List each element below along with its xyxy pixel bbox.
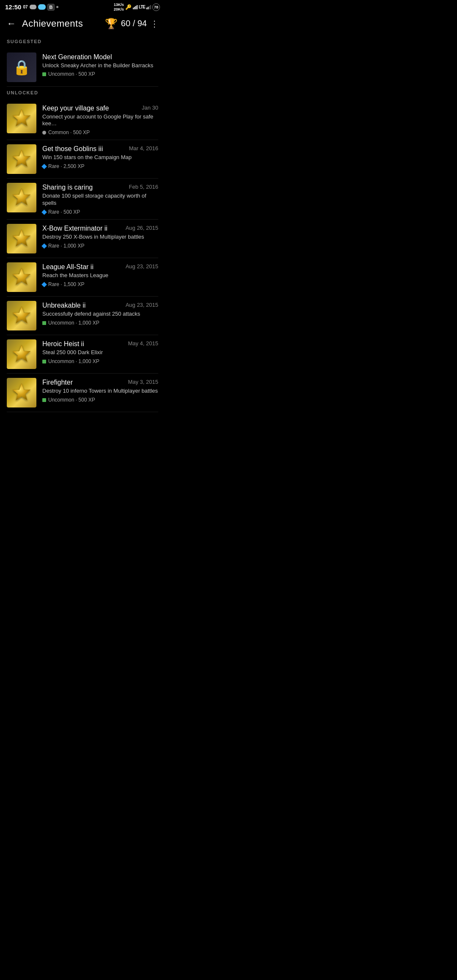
top-bar: ← Achievements 🏆 60 / 94 ⋮	[0, 14, 165, 36]
cloud-sync-icon	[30, 5, 36, 9]
status-right: 13K/s 20K/s 🔑 LTE 78	[114, 3, 160, 12]
achievement-item-unbreakable[interactable]: Unbreakable iiAug 23, 2015Successfully d…	[0, 297, 165, 335]
rarity-rare-icon	[41, 209, 47, 215]
achievement-date: May 4, 2015	[128, 340, 158, 347]
star-icon	[11, 382, 33, 404]
rarity-label: Rare · 2,500 XP	[48, 163, 84, 169]
achievement-item-xbow-exterminator[interactable]: X-Bow Exterminator iiAug 26, 2015Destroy…	[0, 220, 165, 258]
achievement-rarity: Rare · 1,500 XP	[42, 281, 158, 287]
cloud-blue-icon	[38, 4, 46, 10]
achievement-rarity: Uncommon · 1,000 XP	[42, 320, 158, 326]
achievement-info-get-those-goblins: Get those Goblins iiiMar 4, 2016Win 150 …	[42, 144, 158, 169]
signal-bars-2	[146, 5, 151, 9]
svg-marker-2	[13, 188, 30, 205]
achievement-thumb-get-those-goblins	[7, 144, 36, 174]
star-icon	[11, 187, 33, 209]
battery-percent: 78	[152, 3, 160, 11]
signal-bars	[133, 5, 138, 9]
achievement-thumb-next-gen-model: 🔒	[7, 52, 36, 82]
achievement-item-sharing-is-caring[interactable]: Sharing is caringFeb 5, 2016Donate 100 s…	[0, 179, 165, 219]
achievement-item-firefighter[interactable]: FirefighterMay 3, 2015Destroy 10 inferno…	[0, 374, 165, 412]
top-bar-left: ← Achievements	[7, 18, 83, 29]
status-bar: 12:50 07 B 13K/s 20K/s 🔑 LTE 78	[0, 0, 165, 14]
more-options-button[interactable]: ⋮	[150, 19, 158, 29]
status-left: 12:50 07 B	[5, 3, 58, 11]
key-icon: 🔑	[125, 4, 132, 10]
achievement-rarity: Rare · 500 XP	[42, 209, 158, 215]
achievement-date: Aug 26, 2015	[126, 225, 158, 231]
star-icon	[11, 107, 33, 129]
lock-icon: 🔒	[13, 59, 30, 76]
achievement-item-next-gen-model[interactable]: 🔒Next Generation ModelUnlock Sneaky Arch…	[0, 48, 165, 86]
svg-marker-3	[13, 229, 30, 246]
rarity-label: Uncommon · 1,000 XP	[48, 320, 99, 326]
achievement-thumb-keep-village-safe	[7, 104, 36, 133]
divider	[7, 412, 158, 412]
rarity-uncommon-icon	[42, 398, 46, 402]
achievement-date: Mar 4, 2016	[129, 145, 158, 151]
achievement-name: Keep your village safe	[42, 105, 138, 112]
svg-marker-1	[13, 150, 30, 167]
achievement-thumb-unbreakable	[7, 301, 36, 330]
achievement-item-heroic-heist[interactable]: Heroic Heist iiMay 4, 2015Steal 250 000 …	[0, 335, 165, 373]
achievement-description: Successfully defend against 250 attacks	[42, 311, 158, 318]
achievements-list: SUGGESTED🔒Next Generation ModelUnlock Sn…	[0, 36, 165, 413]
achievement-rarity: Uncommon · 1,000 XP	[42, 358, 158, 364]
achievement-name: X-Bow Exterminator ii	[42, 225, 122, 232]
svg-marker-6	[13, 345, 30, 362]
achievement-info-xbow-exterminator: X-Bow Exterminator iiAug 26, 2015Destroy…	[42, 224, 158, 249]
rarity-uncommon-icon	[42, 72, 46, 76]
achievement-description: Donate 100 spell storage capacity worth …	[42, 193, 158, 207]
achievement-thumb-heroic-heist	[7, 339, 36, 369]
achievement-info-keep-village-safe: Keep your village safeJan 30Connect your…	[42, 104, 158, 136]
achievement-date: Aug 23, 2015	[126, 302, 158, 308]
achievement-name: Next Generation Model	[42, 53, 158, 61]
rarity-uncommon-icon	[42, 321, 46, 325]
achievement-description: Steal 250 000 Dark Elixir	[42, 349, 158, 356]
section-label-unlocked: UNLOCKED	[0, 87, 165, 99]
achievement-thumb-firefighter	[7, 378, 36, 407]
achievement-date: Aug 23, 2015	[126, 263, 158, 270]
svg-marker-5	[13, 306, 30, 323]
achievement-description: Reach the Masters League	[42, 272, 158, 279]
achievement-date: May 3, 2015	[128, 379, 158, 385]
star-icon	[11, 266, 33, 288]
status-time: 12:50	[5, 3, 21, 11]
achievement-item-keep-village-safe[interactable]: Keep your village safeJan 30Connect your…	[0, 99, 165, 140]
achievement-description: Destroy 250 X-Bows in Multiplayer battle…	[42, 234, 158, 241]
star-icon	[11, 343, 33, 365]
rarity-rare-icon	[41, 164, 47, 169]
section-label-suggested: SUGGESTED	[0, 36, 165, 48]
achievement-item-league-allstar[interactable]: League All-Star iiAug 23, 2015Reach the …	[0, 258, 165, 296]
rarity-uncommon-icon	[42, 360, 46, 363]
svg-marker-7	[13, 383, 30, 400]
achievement-name: Unbreakable ii	[42, 302, 122, 309]
achievement-item-get-those-goblins[interactable]: Get those Goblins iiiMar 4, 2016Win 150 …	[0, 140, 165, 178]
achievement-description: Destroy 10 inferno Towers in Multiplayer…	[42, 388, 158, 395]
achievement-name: Get those Goblins iii	[42, 145, 126, 153]
achievement-name: Firefighter	[42, 379, 124, 386]
rarity-rare-icon	[41, 282, 47, 287]
star-icon	[11, 305, 33, 327]
star-icon	[11, 148, 33, 170]
achievement-rarity: Uncommon · 500 XP	[42, 71, 158, 77]
svg-marker-0	[13, 109, 30, 126]
rarity-label: Uncommon · 1,000 XP	[48, 358, 99, 364]
svg-marker-4	[13, 268, 30, 285]
trophy-icon: 🏆	[105, 18, 118, 30]
back-button[interactable]: ←	[7, 18, 16, 29]
achievement-info-next-gen-model: Next Generation ModelUnlock Sneaky Arche…	[42, 52, 158, 77]
achievement-description: Unlock Sneaky Archer in the Builder Barr…	[42, 62, 158, 69]
achievement-info-sharing-is-caring: Sharing is caringFeb 5, 2016Donate 100 s…	[42, 183, 158, 215]
page-title: Achievements	[22, 18, 83, 29]
achievement-info-firefighter: FirefighterMay 3, 2015Destroy 10 inferno…	[42, 378, 158, 403]
rarity-label: Rare · 1,000 XP	[48, 243, 84, 249]
achievement-info-unbreakable: Unbreakable iiAug 23, 2015Successfully d…	[42, 301, 158, 326]
rarity-rare-icon	[41, 243, 47, 249]
achievement-rarity: Rare · 1,000 XP	[42, 243, 158, 249]
achievement-thumb-league-allstar	[7, 262, 36, 292]
achievement-thumb-sharing-is-caring	[7, 183, 36, 212]
achievement-description: Win 150 stars on the Campaign Map	[42, 154, 158, 161]
rarity-label: Rare · 500 XP	[48, 209, 80, 215]
network-speed: 13K/s 20K/s	[114, 3, 124, 12]
